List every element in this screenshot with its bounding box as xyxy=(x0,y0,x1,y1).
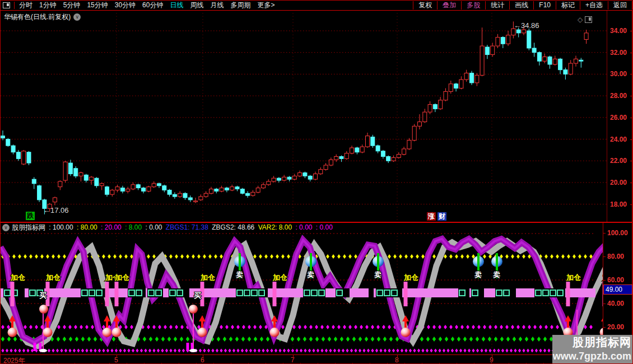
sell-label: 卖 xyxy=(493,270,500,279)
status-value: : 0.00 xyxy=(145,223,164,231)
menu-item-period-7[interactable]: 周线 xyxy=(187,1,207,10)
watermark-site-name: 股朋指标网 xyxy=(552,335,631,349)
menu-item-tool-1[interactable]: 叠加 xyxy=(437,1,461,10)
price-tick-label: 24.00 xyxy=(610,136,627,143)
main-axis-separator xyxy=(607,11,607,222)
menu-item-period-2[interactable]: 5分钟 xyxy=(60,1,84,10)
menu-item-tool-4[interactable]: 画线 xyxy=(509,1,533,10)
sell-label: 卖 xyxy=(307,270,314,279)
trading-app-window: 分时1分钟5分钟15分钟30分钟60分钟日线周线月线多周期更多> 复权叠加多股统… xyxy=(0,0,633,364)
buy-label: 买 xyxy=(39,291,46,300)
status-value: ZBGS1: 71.38 xyxy=(166,223,210,231)
add-position-label: 加仓 xyxy=(403,273,418,282)
menu-item-period-5[interactable]: 60分钟 xyxy=(139,1,166,10)
menubar: 分时1分钟5分钟15分钟30分钟60分钟日线周线月线多周期更多> 复权叠加多股统… xyxy=(1,1,632,11)
indicator-tick-label: 60.00 xyxy=(607,276,624,284)
menu-item-period-4[interactable]: 30分钟 xyxy=(111,1,139,10)
indicator-values: 股朋指标网 : 100.00 : 80.00 : 20.00 : 8.00 : … xyxy=(12,223,334,232)
status-value: : 0.00 xyxy=(316,223,333,231)
add-position-label: 加仓 xyxy=(272,273,287,282)
current-value-box: 49.00 xyxy=(603,284,632,295)
chevron-down-icon[interactable]: ∨ xyxy=(2,224,10,231)
chart-title: 华锡有色(日线.前复权) xyxy=(4,12,71,22)
status-value: 股朋指标网 xyxy=(12,223,47,231)
menu-item-period-8[interactable]: 月线 xyxy=(207,1,227,10)
menu-item-tool-2[interactable]: 多股 xyxy=(461,1,485,10)
main-gridlines xyxy=(1,13,607,222)
status-value: : 100.00 xyxy=(49,223,75,231)
price-tick-label: 18.00 xyxy=(610,200,627,208)
menu-item-tool-5[interactable]: F10 xyxy=(533,1,556,10)
marker-badge: 涨 xyxy=(427,212,436,221)
indicator-tick-label: 40.00 xyxy=(607,300,624,307)
status-value: : 8.00 xyxy=(125,223,143,231)
price-tick-label: 22.00 xyxy=(610,157,627,165)
chart-corner-icons: ◇ xyxy=(578,16,592,24)
price-tick-label: 28.00 xyxy=(610,92,627,100)
indicator-status-line: ∨ 股朋指标网 : 100.00 : 80.00 : 20.00 : 8.00 … xyxy=(1,223,603,232)
status-value: : 0.00 xyxy=(295,223,314,231)
candles xyxy=(1,21,589,214)
indicator-tick-label: 20.00 xyxy=(607,323,624,331)
period-menu: 分时1分钟5分钟15分钟30分钟60分钟日线周线月线多周期更多> xyxy=(16,1,278,10)
add-position-label: 加仓 xyxy=(10,273,25,282)
indicator-tick-label: 100.00 xyxy=(607,229,628,237)
right-border xyxy=(632,11,632,364)
indicator-tick-label: 80.00 xyxy=(607,253,624,260)
status-value: VAR2: 8.00 xyxy=(258,223,294,231)
month-tick xyxy=(293,355,294,358)
price-axis: 34.0032.0030.0028.0026.0024.0022.0020.00… xyxy=(607,11,633,222)
watermark: 股朋指标网 www.7gpzb.com xyxy=(552,335,633,364)
menu-item-period-0[interactable]: 分时 xyxy=(16,1,36,10)
month-tick xyxy=(117,355,117,358)
menu-item-tool-3[interactable]: 统计 xyxy=(485,1,509,10)
price-tick-label: 32.00 xyxy=(610,49,627,57)
month-tick xyxy=(203,355,203,358)
month-tick xyxy=(397,355,398,358)
marker-badge: 财 xyxy=(437,212,446,221)
menu-separator xyxy=(14,2,15,9)
time-tick-label: 2025年 xyxy=(3,356,25,364)
menu-item-period-6[interactable]: 日线 xyxy=(166,1,187,10)
time-axis: 2025年56789 xyxy=(1,354,633,364)
main-candlestick-chart xyxy=(1,11,607,222)
status-value: ZBGS2: 48.66 xyxy=(212,223,256,231)
menu-item-period-10[interactable]: 更多> xyxy=(254,1,278,10)
marker-badge: 跌 xyxy=(26,212,35,220)
buy-label: 买 xyxy=(194,291,201,300)
window-icon[interactable] xyxy=(3,2,10,8)
watermark-url: www.7gpzb.com xyxy=(552,349,631,363)
chevron-down-icon[interactable]: ∨ xyxy=(73,13,81,21)
add-position-label: 加仓 xyxy=(45,273,60,282)
diamond-icon[interactable]: ◇ xyxy=(578,16,583,24)
price-tick-label: 20.00 xyxy=(610,179,627,186)
menu-item-period-3[interactable]: 15分钟 xyxy=(83,1,111,10)
indicator-panel-chart: 加仓加仓加仓加仓加仓加仓加仓加仓加仓买买卖卖卖卖卖 xyxy=(1,233,603,354)
price-tick-label: 30.00 xyxy=(610,70,627,78)
month-tick xyxy=(492,355,492,358)
menu-item-tool-6[interactable]: 标记 xyxy=(556,1,580,10)
menu-item-tool-7[interactable]: +自选 xyxy=(580,1,608,10)
status-value: : 20.00 xyxy=(101,223,123,231)
signal-band xyxy=(1,288,595,297)
add-position-label: 加仓 xyxy=(114,273,129,282)
sell-label: 卖 xyxy=(236,270,243,279)
price-tick-label: 26.00 xyxy=(610,114,627,122)
add-position-label: 加仓 xyxy=(200,273,215,282)
menu-item-tool-0[interactable]: 复权 xyxy=(413,1,437,10)
menu-item-tool-8[interactable]: 返回 xyxy=(608,1,632,10)
chart-title-row: 华锡有色(日线.前复权) ∨ xyxy=(4,12,81,22)
low-annotation: ←17.06 xyxy=(43,206,69,214)
menu-item-period-1[interactable]: 1分钟 xyxy=(36,1,60,10)
sell-label: 卖 xyxy=(474,270,482,279)
price-tick-label: 34.00 xyxy=(610,27,627,35)
high-annotation: ←34.86 xyxy=(514,21,539,30)
menu-item-period-9[interactable]: 多周期 xyxy=(227,1,254,10)
add-position-label: 加仓 xyxy=(566,273,581,282)
tools-menu: 复权叠加多股统计画线F10标记+自选返回 xyxy=(413,1,632,10)
status-value: : 80.00 xyxy=(77,223,99,231)
sell-label: 卖 xyxy=(374,270,381,279)
window-restore-icon[interactable] xyxy=(585,16,592,23)
